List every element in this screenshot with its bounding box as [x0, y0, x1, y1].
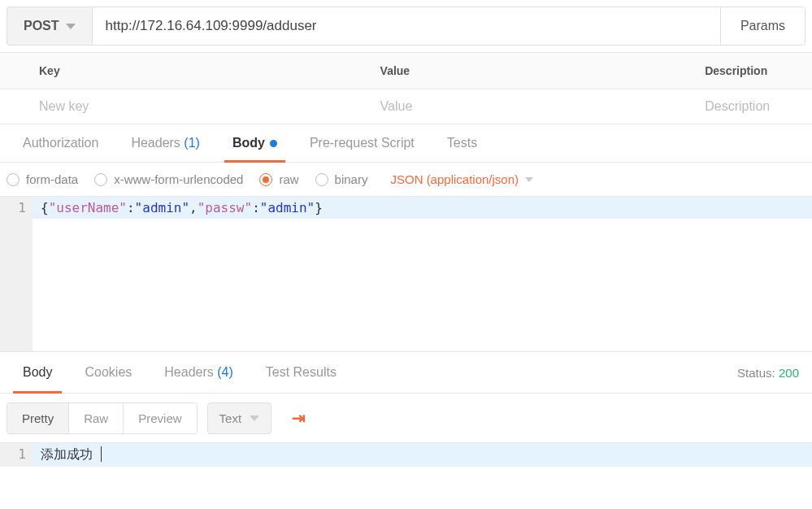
- body-type-raw[interactable]: raw: [259, 172, 298, 186]
- modified-dot-icon: [270, 140, 277, 147]
- col-key: Key: [0, 53, 341, 89]
- wrap-lines-button[interactable]: ⇥: [281, 402, 315, 434]
- http-method-label: POST: [24, 19, 59, 33]
- json-token: "admin": [260, 200, 315, 215]
- tab-count: (4): [214, 365, 233, 379]
- response-tab-test-results[interactable]: Test Results: [250, 352, 353, 393]
- request-body-editor[interactable]: 1 {"userName":"admin","passw":"admin"}: [0, 197, 812, 351]
- status-label: Status:: [737, 366, 775, 380]
- line-gutter: 1: [0, 197, 33, 351]
- response-tab-headers[interactable]: Headers (4): [148, 352, 249, 393]
- response-tab-body[interactable]: Body: [7, 352, 68, 393]
- body-type-options: form-datax-www-form-urlencodedrawbinaryJ…: [0, 163, 812, 197]
- radio-label: binary: [335, 172, 368, 186]
- new-description-cell[interactable]: Description: [666, 89, 812, 124]
- response-tabs: BodyCookiesHeaders (4)Test Results: [7, 352, 353, 393]
- response-text: 添加成功: [41, 446, 93, 462]
- col-description: Description: [666, 53, 812, 89]
- body-type-x-www-form-urlencoded[interactable]: x-www-form-urlencoded: [94, 172, 243, 186]
- json-token: }: [315, 200, 323, 215]
- format-label: Text: [219, 411, 242, 425]
- view-mode-group: PrettyRawPreview: [7, 402, 198, 434]
- http-method-select[interactable]: POST: [7, 7, 92, 46]
- tab-body[interactable]: Body: [216, 124, 293, 162]
- content-type-label: JSON (application/json): [390, 172, 519, 186]
- col-value: Value: [341, 53, 667, 89]
- chevron-down-icon: [66, 24, 76, 29]
- radio-icon: [315, 173, 328, 186]
- response-format-select[interactable]: Text: [207, 402, 272, 434]
- response-tab-cookies[interactable]: Cookies: [68, 352, 148, 393]
- new-value-cell[interactable]: Value: [341, 89, 667, 124]
- json-token: "userName": [49, 200, 127, 215]
- json-token: :: [252, 200, 260, 215]
- line-number: 1: [3, 446, 26, 462]
- code-line[interactable]: {"userName":"admin","passw":"admin"}: [33, 197, 812, 219]
- radio-icon: [94, 173, 107, 186]
- json-token: :: [127, 200, 135, 215]
- line-gutter: 1: [0, 443, 33, 467]
- json-token: ,: [189, 200, 198, 215]
- content-type-select[interactable]: JSON (application/json): [390, 172, 533, 186]
- chevron-down-icon: [525, 177, 533, 182]
- body-type-form-data[interactable]: form-data: [7, 172, 78, 186]
- status-code: 200: [779, 366, 799, 380]
- params-button[interactable]: Params: [720, 7, 805, 46]
- table-row[interactable]: New key Value Description: [0, 89, 812, 124]
- tab-headers[interactable]: Headers (1): [115, 124, 215, 162]
- radio-label: form-data: [26, 172, 78, 186]
- radio-icon: [259, 173, 272, 186]
- tab-tests[interactable]: Tests: [431, 124, 493, 162]
- tab-pre-request-script[interactable]: Pre-request Script: [293, 124, 431, 162]
- url-input[interactable]: [92, 7, 720, 46]
- new-key-cell[interactable]: New key: [0, 89, 341, 124]
- json-token: "passw": [198, 200, 252, 215]
- line-number: 1: [3, 200, 26, 215]
- response-status: Status: 200: [737, 366, 799, 380]
- request-params-table: Key Value Description New key Value Desc…: [0, 52, 812, 124]
- view-mode-preview[interactable]: Preview: [124, 403, 196, 433]
- response-toolbar: PrettyRawPreview Text ⇥: [0, 394, 812, 443]
- radio-label: raw: [279, 172, 298, 186]
- json-token: {: [41, 200, 49, 215]
- response-body-editor: 1 添加成功: [0, 443, 812, 467]
- request-tabs: AuthorizationHeaders (1)BodyPre-request …: [0, 124, 812, 163]
- radio-icon: [7, 173, 20, 186]
- view-mode-pretty[interactable]: Pretty: [7, 403, 69, 433]
- tab-count: (1): [180, 136, 200, 150]
- view-mode-raw[interactable]: Raw: [69, 403, 124, 433]
- response-line: 添加成功: [33, 443, 812, 467]
- caret: [93, 446, 102, 462]
- json-token: "admin": [135, 200, 189, 215]
- chevron-down-icon: [250, 415, 259, 421]
- body-type-binary[interactable]: binary: [315, 172, 368, 186]
- wrap-icon: ⇥: [292, 408, 306, 428]
- code-area[interactable]: {"userName":"admin","passw":"admin"}: [33, 197, 812, 351]
- tab-authorization[interactable]: Authorization: [7, 124, 115, 162]
- radio-label: x-www-form-urlencoded: [114, 172, 243, 186]
